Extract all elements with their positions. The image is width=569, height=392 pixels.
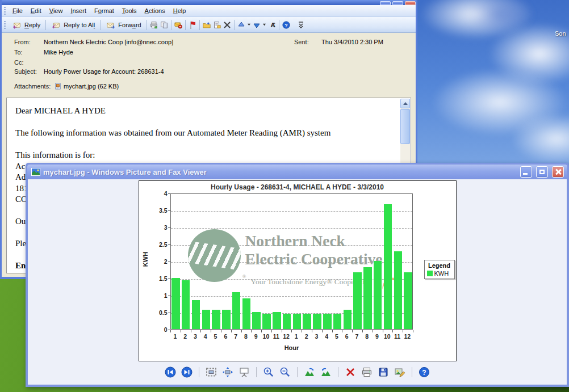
menu-item-view[interactable]: View — [45, 6, 67, 16]
junk-mail-icon[interactable] — [173, 20, 183, 29]
reply-to-all-button[interactable]: Reply to All — [48, 19, 98, 31]
next-item-icon[interactable] — [252, 20, 262, 29]
move-to-folder-icon[interactable] — [202, 20, 212, 29]
separator — [199, 20, 200, 30]
gridline — [171, 211, 412, 212]
next-image-icon[interactable] — [181, 366, 193, 378]
x-tick-label: 12 — [402, 333, 412, 340]
from-value: Northern Neck Electric Coop [info@nnec.c… — [44, 39, 173, 45]
y-tick-label: 0 — [149, 326, 168, 333]
email-body-line — [15, 139, 391, 150]
menu-item-file[interactable]: File — [9, 6, 27, 16]
zoom-in-icon[interactable] — [263, 366, 274, 378]
close-button[interactable] — [552, 166, 564, 178]
minimize-button[interactable] — [520, 166, 532, 178]
help-icon[interactable]: ? — [281, 20, 291, 29]
menu-item-actions[interactable]: Actions — [141, 6, 169, 16]
menu-item-help[interactable]: Help — [169, 6, 190, 16]
email-titlebar[interactable] — [2, 0, 416, 5]
menu-item-edit[interactable]: Edit — [27, 6, 45, 16]
email-toolbar: Reply Reply to All Forward — [2, 17, 416, 33]
x-tick-label: 11 — [271, 333, 281, 340]
help-icon[interactable]: ? — [419, 366, 430, 378]
desktop-icon-label[interactable]: Son — [555, 30, 566, 37]
reply-label: Reply — [24, 22, 40, 28]
x-tick-label: 1 — [170, 333, 181, 340]
rotate-clockwise-icon[interactable] — [304, 366, 315, 378]
edit-icon[interactable] — [394, 366, 405, 378]
close-button[interactable] — [405, 1, 416, 5]
toolbar-options-chevron-icon[interactable] — [296, 20, 306, 29]
bar-hour-7-am — [232, 292, 241, 329]
delete-icon[interactable] — [222, 20, 232, 29]
rotate-counterclockwise-icon[interactable] — [320, 366, 332, 378]
previous-item-icon[interactable] — [236, 20, 246, 29]
email-menubar: FileEditViewInsertFormatToolsActionsHelp — [2, 5, 416, 17]
dropdown-caret-icon[interactable] — [262, 20, 267, 29]
viewer-toolbar: ? — [28, 365, 567, 379]
separator — [297, 367, 298, 377]
delete-icon[interactable] — [345, 366, 356, 378]
copy-icon[interactable] — [159, 20, 169, 29]
menu-item-insert[interactable]: Insert — [66, 6, 90, 16]
x-tick-label: 2 — [180, 333, 190, 340]
attachment-file-icon — [54, 82, 62, 91]
reply-to-all-label: Reply to All — [64, 22, 95, 28]
minimize-icon — [523, 173, 528, 175]
bar-hour-1-pm — [293, 314, 302, 329]
slideshow-icon[interactable] — [239, 366, 250, 378]
forward-label: Forward — [118, 22, 141, 28]
print-icon[interactable] — [361, 366, 373, 378]
maximize-button[interactable] — [536, 166, 548, 178]
scroll-up-button[interactable] — [400, 99, 410, 108]
minimize-button[interactable] — [380, 1, 391, 5]
bar-hour-9-am — [252, 312, 261, 329]
font-size-icon[interactable]: A — [267, 20, 277, 29]
to-label: To: — [14, 49, 44, 56]
y-tick-label: 0.5 — [149, 309, 168, 316]
menu-item-tools[interactable]: Tools — [118, 6, 141, 16]
zoom-out-icon[interactable] — [279, 366, 291, 378]
dropdown-caret-icon[interactable] — [246, 20, 252, 29]
registered-mark: ® — [242, 273, 246, 279]
separator — [147, 20, 147, 30]
bar-hour-7-pm — [353, 272, 362, 329]
x-tick-label: 6 — [220, 333, 231, 340]
flag-icon[interactable] — [187, 20, 198, 29]
maximize-icon — [539, 170, 545, 174]
print-icon[interactable] — [149, 20, 159, 29]
separator — [256, 367, 257, 377]
save-icon[interactable] — [378, 366, 389, 378]
maximize-button[interactable] — [392, 1, 403, 5]
separator — [171, 20, 171, 30]
y-tick-label: 3 — [149, 224, 168, 231]
best-fit-icon[interactable] — [206, 366, 217, 378]
picture-file-icon — [31, 168, 40, 176]
bar-hour-4-am — [202, 310, 211, 329]
create-rule-icon[interactable] — [212, 20, 222, 29]
bar-hour-3-pm — [313, 314, 321, 329]
bar-hour-12-pm — [404, 272, 412, 329]
menu-item-format[interactable]: Format — [90, 6, 118, 16]
attachment-name[interactable]: mychart.jpg (62 KB) — [64, 83, 119, 90]
actual-size-icon[interactable] — [222, 366, 233, 378]
email-body-line — [15, 117, 391, 128]
bar-hour-12-am — [283, 314, 291, 329]
scrollbar-thumb[interactable] — [400, 109, 410, 144]
viewer-titlebar[interactable]: mychart.jpg - Windows Picture and Fax Vi… — [27, 165, 567, 179]
x-tick-label: 11 — [392, 333, 403, 340]
previous-image-icon[interactable] — [165, 366, 176, 378]
separator — [279, 20, 279, 30]
x-axis-tick-labels: 123456789101112123456789101112 — [170, 333, 413, 340]
separator — [234, 20, 235, 30]
watermark-name: Northern Neck Electric Cooperative — [245, 232, 383, 268]
y-tick-label: 2 — [149, 258, 168, 265]
x-tick-label: 10 — [261, 333, 271, 340]
email-header: From:Northern Neck Electric Coop [info@n… — [2, 33, 416, 96]
x-axis-label: Hour — [170, 344, 413, 351]
from-label: From: — [14, 39, 44, 45]
reply-button[interactable]: Reply — [9, 19, 44, 31]
reply-envelope-icon — [12, 20, 22, 29]
forward-button[interactable]: Forward — [102, 19, 144, 31]
bar-hour-10-pm — [384, 204, 392, 329]
